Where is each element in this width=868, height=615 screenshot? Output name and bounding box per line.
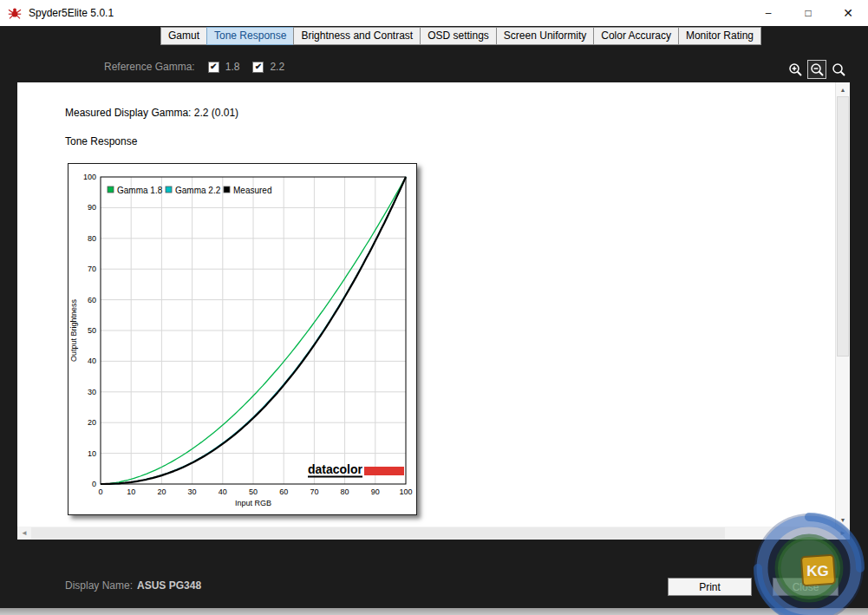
tab-monitor-rating[interactable]: Monitor Rating [678,27,761,45]
svg-text:Measured: Measured [233,186,271,195]
tone-response-chart-box: 0102030405060708090100010203040506070809… [68,163,417,515]
svg-text:60: 60 [279,487,288,496]
gamma-options: ✔1.8✔2.2 [195,61,284,73]
close-button[interactable]: ✕ [828,0,868,26]
svg-text:80: 80 [341,487,349,496]
svg-text:80: 80 [88,234,96,243]
window-title: Spyder5Elite 5.0.1 [29,7,114,19]
svg-text:datacolor: datacolor [308,462,363,476]
tab-bar: GamutTone ResponseBrightness and Contras… [160,27,761,45]
svg-text:0: 0 [98,487,102,496]
svg-text:10: 10 [127,487,135,496]
gamma-checkbox-2.2[interactable]: ✔ [252,62,264,73]
svg-text:90: 90 [371,487,380,496]
svg-text:100: 100 [399,487,412,496]
minimize-button[interactable]: – [748,0,788,26]
svg-text:30: 30 [88,388,96,396]
svg-text:70: 70 [310,487,318,496]
svg-text:60: 60 [88,296,96,304]
svg-text:40: 40 [219,487,227,496]
tab-osd-settings[interactable]: OSD settings [420,27,497,45]
gamma-option-label: 2.2 [270,61,284,73]
kitguru-watermark-text: KG [806,563,829,579]
gamma-option-label: 1.8 [225,61,240,73]
svg-text:50: 50 [249,487,258,496]
vertical-scrollbar[interactable]: ▲ ▼ [835,82,850,527]
spider-icon [8,6,22,20]
maximize-button[interactable]: □ [788,0,828,26]
svg-text:10: 10 [88,449,96,458]
gamma-checkbox-1.8[interactable]: ✔ [208,62,219,73]
svg-text:0: 0 [92,480,96,488]
zoom-reset-icon [832,62,846,77]
scroll-up-icon[interactable]: ▲ [836,82,850,96]
svg-text:Output Brightness: Output Brightness [69,298,78,362]
scroll-left-icon[interactable]: ◄ [17,527,31,540]
display-name-label: Display Name: [65,579,133,592]
zoom-in-button[interactable] [786,60,805,79]
window-controls: –□✕ [748,0,868,26]
tab-brightness-and-contrast[interactable]: Brightness and Contrast [293,27,421,45]
vertical-scrollbar-thumb[interactable] [837,96,849,357]
kitguru-watermark-logo: KG [747,507,868,615]
spyder-app-icon [8,6,22,20]
zoom-in-icon [788,62,803,77]
zoom-reset-button[interactable] [829,60,848,79]
reference-gamma-label: Reference Gamma: [104,61,195,73]
window-bottom-edge [0,608,868,615]
section-title: Tone Response [65,135,137,147]
titlebar: Spyder5Elite 5.0.1 –□✕ [0,0,868,26]
reference-gamma-row: Reference Gamma: ✔1.8✔2.2 [104,61,284,73]
horizontal-scrollbar-thumb[interactable] [31,527,725,539]
svg-text:70: 70 [88,265,96,273]
zoom-out-icon [810,62,825,77]
print-button[interactable]: Print [668,578,752,596]
svg-text:Gamma 2.2: Gamma 2.2 [175,186,221,195]
horizontal-scrollbar[interactable]: ◄ ► [17,527,850,540]
svg-text:Input RGB: Input RGB [235,499,271,507]
display-name: Display Name:ASUS PG348 [65,579,201,592]
svg-text:100: 100 [83,173,96,181]
svg-text:50: 50 [88,326,96,335]
measured-gamma-text: Measured Display Gamma: 2.2 (0.01) [65,107,238,119]
svg-text:Gamma 1.8: Gamma 1.8 [117,186,163,195]
tone-response-chart: 0102030405060708090100010203040506070809… [69,164,416,514]
display-name-value: ASUS PG348 [137,579,201,592]
tab-tone-response[interactable]: Tone Response [206,27,294,45]
tab-gamut[interactable]: Gamut [160,27,207,45]
svg-text:20: 20 [157,487,166,496]
svg-text:40: 40 [88,357,96,365]
zoom-controls [786,60,848,79]
zoom-out-button[interactable] [807,60,826,79]
svg-text:90: 90 [88,203,96,212]
svg-text:30: 30 [188,487,197,496]
tab-color-accuracy[interactable]: Color Accuracy [593,27,679,45]
content-panel: Measured Display Gamma: 2.2 (0.01) Tone … [17,82,850,527]
svg-text:20: 20 [88,418,96,427]
tab-screen-uniformity[interactable]: Screen Uniformity [496,27,594,45]
